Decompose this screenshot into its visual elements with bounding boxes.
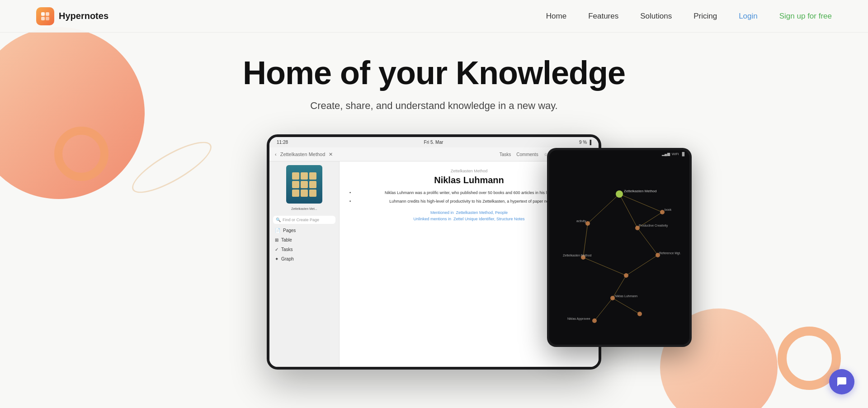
svg-point-17	[585, 221, 590, 226]
svg-line-14	[613, 298, 640, 314]
svg-rect-2	[41, 17, 45, 20]
sidebar-table-label: Table	[281, 237, 292, 242]
logo-text: Hypernotes	[59, 11, 108, 21]
logo[interactable]: Hypernotes	[36, 7, 108, 25]
svg-line-4	[588, 194, 619, 223]
topbar-comments-button[interactable]: Comments	[516, 152, 538, 157]
statusbar-date: Fri 5. Mar	[424, 140, 443, 145]
topbar-close-icon[interactable]: ✕	[329, 152, 333, 157]
hero-section: Home of your Knowledge Create, share, an…	[0, 0, 868, 408]
table-icon: ⊞	[275, 237, 278, 242]
svg-line-11	[626, 255, 658, 275]
graph-statusbar: ▂▄▆ WiFi ▐▌	[549, 150, 689, 158]
chat-button[interactable]	[829, 369, 854, 394]
nav-links: Home Features Solutions Pricing Login Si…	[546, 12, 832, 21]
statusbar-time: 11:28	[277, 140, 288, 145]
graph-wifi-icon: WiFi	[672, 152, 679, 156]
nav-pricing[interactable]: Pricing	[693, 12, 717, 21]
unlinked-label: Unlinked mentions in	[413, 217, 451, 221]
graph-tablet-inner: ▂▄▆ WiFi ▐▌	[549, 150, 689, 345]
svg-text:Zettelkasten Method: Zettelkasten Method	[563, 254, 592, 257]
book-cell	[309, 181, 316, 188]
book-cell	[301, 181, 308, 188]
chat-icon	[836, 376, 847, 387]
search-icon: 🔍	[276, 218, 281, 222]
blob-left-decor	[126, 133, 217, 202]
mockup-area: 11:28 Fri 5. Mar 9 % ▐ ‹ Zettelkasten Me…	[231, 134, 637, 370]
tablet-sidebar: Zettelkasten Met... 🔍 Find or Create Pag…	[269, 161, 340, 367]
nav-solutions[interactable]: Solutions	[640, 12, 672, 21]
topbar-tasks-button[interactable]: Tasks	[500, 152, 511, 157]
svg-line-9	[637, 228, 658, 255]
svg-point-32	[637, 312, 642, 316]
topbar-back-icon[interactable]: ‹	[275, 152, 277, 157]
nav-features[interactable]: Features	[588, 12, 618, 21]
nav-signup[interactable]: Sign up for free	[779, 12, 832, 21]
svg-rect-3	[46, 17, 49, 20]
svg-point-15	[616, 190, 623, 198]
sidebar-nav-pages[interactable]: 📄 Pages	[269, 226, 339, 235]
book-cell	[301, 172, 308, 180]
tablet-secondary: ▂▄▆ WiFi ▐▌	[547, 148, 692, 347]
book-cell	[309, 190, 316, 197]
hero-subtitle: Create, share, and understand knowledge …	[310, 100, 558, 112]
logo-icon	[36, 7, 54, 25]
book-cell	[292, 172, 299, 180]
svg-point-30	[592, 318, 597, 323]
navbar: Hypernotes Home Features Solutions Prici…	[0, 0, 868, 33]
svg-point-27	[624, 273, 628, 278]
mentioned-in-label: Mentioned in	[430, 210, 454, 215]
graph-battery-icon: ▐▌	[681, 152, 686, 156]
svg-line-10	[583, 257, 626, 275]
graph-icon: ✦	[275, 256, 278, 261]
sidebar-tasks-label: Tasks	[281, 247, 293, 252]
book-cell	[301, 190, 308, 197]
svg-text:activity: activity	[576, 219, 586, 223]
svg-text:book: book	[665, 208, 672, 211]
sidebar-search[interactable]: 🔍 Find or Create Page	[273, 216, 335, 224]
topbar-left: ‹ Zettelkasten Method ✕	[275, 152, 333, 157]
knowledge-graph-svg: Zettelkasten Method activity Productive …	[549, 158, 689, 330]
statusbar-battery: 9 % ▐	[579, 140, 591, 145]
book-cell	[309, 172, 316, 180]
sidebar-nav-tasks[interactable]: ✓ Tasks	[269, 245, 339, 254]
svg-point-21	[660, 210, 665, 214]
sidebar-book-label: Zettelkasten Met...	[269, 207, 339, 210]
sidebar-pages-label: Pages	[283, 228, 296, 233]
tasks-icon: ✓	[275, 247, 278, 252]
svg-line-7	[583, 223, 588, 257]
sidebar-graph-label: Graph	[281, 256, 294, 261]
sidebar-nav-graph[interactable]: ✦ Graph	[269, 254, 339, 264]
svg-text:Niklas Luhmann: Niklas Luhmann	[615, 294, 637, 298]
sidebar-search-placeholder: Find or Create Page	[283, 218, 319, 222]
svg-text:Niklas Approvee: Niklas Approvee	[567, 317, 590, 321]
sidebar-book-cover	[286, 165, 322, 204]
graph-signal-icon: ▂▄▆	[662, 152, 670, 156]
book-grid	[288, 169, 320, 200]
book-cell	[292, 190, 299, 197]
svg-text:Reference Mgt.: Reference Mgt.	[659, 251, 681, 255]
book-cell	[292, 181, 299, 188]
nav-home[interactable]: Home	[546, 12, 566, 21]
blob-ring-left	[54, 127, 108, 181]
mentioned-in-links[interactable]: Zettelkasten Method, People	[456, 210, 508, 215]
svg-text:Productive Creativity: Productive Creativity	[639, 224, 668, 228]
svg-rect-0	[41, 12, 45, 16]
logo-svg	[40, 11, 51, 22]
pages-icon: 📄	[275, 228, 280, 233]
svg-text:Zettelkasten Method: Zettelkasten Method	[624, 189, 656, 193]
svg-line-5	[619, 194, 637, 228]
svg-line-6	[619, 194, 662, 212]
hero-title: Home of your Knowledge	[243, 55, 625, 91]
tablet-statusbar: 11:28 Fri 5. Mar 9 % ▐	[269, 137, 599, 147]
unlinked-links[interactable]: Zettel Unique Identifier, Structure Note…	[453, 217, 525, 221]
topbar-title: Zettelkasten Method	[280, 152, 326, 157]
svg-rect-1	[46, 12, 49, 16]
svg-line-13	[594, 298, 613, 321]
svg-point-28	[610, 296, 615, 300]
nav-login[interactable]: Login	[739, 12, 758, 21]
sidebar-nav-table[interactable]: ⊞ Table	[269, 235, 339, 245]
